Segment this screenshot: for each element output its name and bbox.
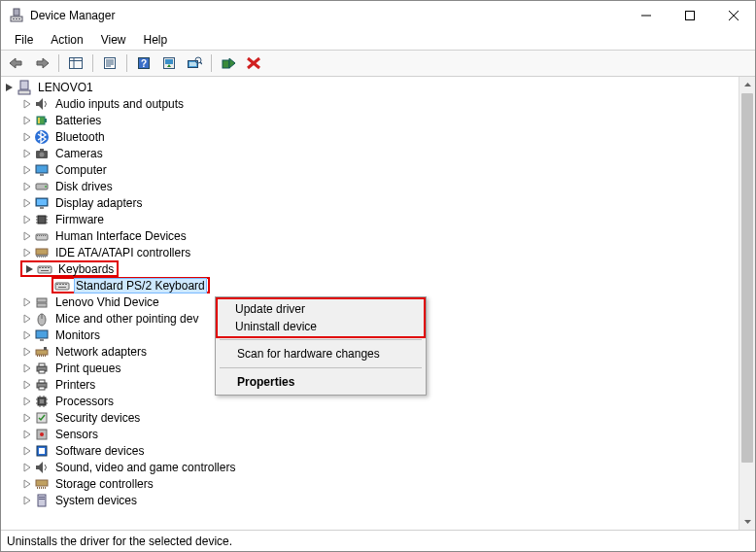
tree-category-computer[interactable]: Computer <box>3 161 739 178</box>
svg-point-40 <box>45 186 47 188</box>
expand-icon[interactable] <box>20 362 34 375</box>
svg-rect-76 <box>37 298 47 302</box>
svg-rect-118 <box>39 499 45 500</box>
svg-rect-117 <box>39 497 45 498</box>
ctx-update-driver[interactable]: Update driver <box>216 297 426 319</box>
expand-icon[interactable] <box>20 180 34 193</box>
hid-icon <box>34 228 50 244</box>
tree-category-software[interactable]: Software devices <box>3 442 739 459</box>
expand-icon[interactable] <box>20 213 34 226</box>
category-label: Bluetooth <box>53 130 107 144</box>
tree-category-ide[interactable]: IDE ATA/ATAPI controllers <box>3 244 739 260</box>
close-button[interactable] <box>711 1 755 30</box>
svg-rect-91 <box>39 370 45 373</box>
expand-icon[interactable] <box>3 81 17 94</box>
collapse-icon[interactable] <box>23 262 37 276</box>
expand-icon[interactable] <box>20 295 34 309</box>
tree-category-bluetooth[interactable]: Bluetooth <box>3 128 739 145</box>
tree-category-display[interactable]: Display adapters <box>3 194 739 211</box>
help-button[interactable]: ? <box>132 52 155 74</box>
storage-icon <box>34 476 50 492</box>
properties-button[interactable] <box>98 52 121 74</box>
expand-icon[interactable] <box>20 461 34 474</box>
statusbar: Uninstalls the driver for the selected d… <box>1 530 755 551</box>
svg-rect-83 <box>37 355 38 357</box>
enable-device-button[interactable] <box>217 52 240 74</box>
tree-category-cameras[interactable]: Cameras <box>3 145 739 161</box>
expand-icon[interactable] <box>20 97 34 111</box>
expand-icon[interactable] <box>20 345 34 359</box>
expand-icon[interactable] <box>20 130 34 144</box>
toolbar-separator <box>92 54 93 72</box>
maximize-button[interactable] <box>668 1 711 30</box>
tree-category-storage[interactable]: Storage controllers <box>3 475 739 492</box>
back-button[interactable] <box>5 52 28 74</box>
category-label: Firmware <box>53 213 106 226</box>
svg-rect-44 <box>38 216 46 224</box>
tree-root[interactable]: LENOVO1 <box>3 79 739 95</box>
expand-icon[interactable] <box>20 378 34 392</box>
expand-icon[interactable] <box>20 246 34 259</box>
svg-rect-42 <box>37 199 47 205</box>
scroll-thumb[interactable] <box>741 93 753 463</box>
scroll-up-button[interactable] <box>739 77 755 93</box>
update-driver-button[interactable] <box>157 52 181 74</box>
minimize-button[interactable] <box>624 1 668 30</box>
uninstall-device-button[interactable] <box>242 52 265 74</box>
menu-help[interactable]: Help <box>136 31 176 49</box>
tree-category-keyboards[interactable]: Keyboards <box>3 260 739 277</box>
tree-category-sensors[interactable]: Sensors <box>3 426 739 442</box>
svg-point-107 <box>40 432 44 436</box>
expand-icon[interactable] <box>20 163 34 177</box>
forward-button[interactable] <box>30 52 53 74</box>
svg-rect-43 <box>40 207 44 209</box>
status-text: Uninstalls the driver for the selected d… <box>7 535 232 548</box>
tree-category-sound[interactable]: Sound, video and game controllers <box>3 459 739 475</box>
expand-icon[interactable] <box>20 477 34 491</box>
tree-category-system[interactable]: System devices <box>3 492 739 508</box>
expand-icon[interactable] <box>20 395 34 408</box>
svg-rect-73 <box>62 284 64 285</box>
expand-icon[interactable] <box>20 114 34 127</box>
menu-action[interactable]: Action <box>43 31 90 49</box>
expand-icon[interactable] <box>20 196 34 210</box>
expand-icon[interactable] <box>20 328 34 342</box>
toolbar-separator <box>126 54 127 72</box>
ctx-uninstall-device[interactable]: Uninstall device <box>216 317 426 338</box>
tree-category-batteries[interactable]: Batteries <box>3 112 739 128</box>
ctx-properties[interactable]: Properties <box>218 371 424 393</box>
tree-category-hid[interactable]: Human Interface Devices <box>3 227 739 244</box>
vertical-scrollbar[interactable] <box>739 77 755 530</box>
scroll-track[interactable] <box>739 93 755 513</box>
category-label: Display adapters <box>53 196 144 210</box>
tree-category-disk[interactable]: Disk drives <box>3 178 739 194</box>
expand-icon[interactable] <box>20 147 34 160</box>
ctx-label: Scan for hardware changes <box>237 347 380 361</box>
scan-hardware-button[interactable] <box>183 52 206 74</box>
ctx-scan-hardware[interactable]: Scan for hardware changes <box>218 343 424 364</box>
category-label: Monitors <box>53 328 102 342</box>
svg-rect-116 <box>38 495 46 506</box>
expand-icon[interactable] <box>20 229 34 243</box>
category-label: System devices <box>53 494 139 507</box>
tree-category-audio[interactable]: Audio inputs and outputs <box>3 95 739 112</box>
expand-icon[interactable] <box>20 411 34 425</box>
svg-rect-115 <box>45 487 46 489</box>
category-label: Keyboards <box>56 262 116 276</box>
expand-icon[interactable] <box>20 428 34 441</box>
tree-category-firmware[interactable]: Firmware <box>3 211 739 227</box>
svg-rect-0 <box>14 9 19 16</box>
svg-rect-72 <box>59 284 61 285</box>
show-hide-tree-button[interactable] <box>64 52 87 74</box>
camera-icon <box>34 146 50 161</box>
expand-icon[interactable] <box>20 444 34 458</box>
tree-category-security[interactable]: Security devices <box>3 409 739 426</box>
device-tree[interactable]: LENOVO1 Audio inputs and outputs Batteri… <box>1 77 739 530</box>
menu-view[interactable]: View <box>93 31 134 49</box>
tree-device-ps2-keyboard[interactable]: Standard PS/2 Keyboard <box>3 277 739 293</box>
scroll-down-button[interactable] <box>739 513 755 530</box>
menu-file[interactable]: File <box>7 31 41 49</box>
expand-icon[interactable] <box>20 494 34 507</box>
expand-icon[interactable] <box>20 312 34 326</box>
category-label: Storage controllers <box>53 477 155 491</box>
